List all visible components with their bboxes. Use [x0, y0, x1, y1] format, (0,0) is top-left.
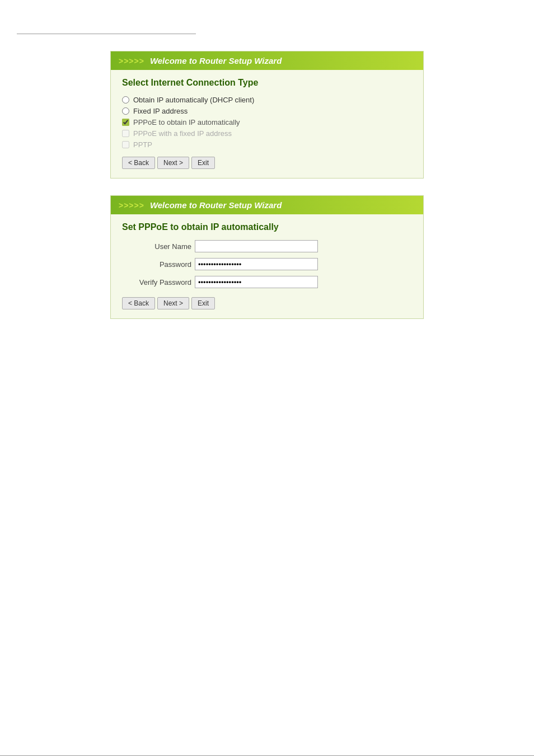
option-fixed-ip[interactable]: Fixed IP address	[122, 107, 412, 115]
checkbox-pppoe-auto[interactable]	[122, 119, 129, 126]
panel-pppoe-setup: >>>>> Welcome to Router Setup Wizard Set…	[110, 195, 424, 319]
panel2-next-button[interactable]: Next >	[157, 297, 189, 309]
label-pppoe-auto: PPPoE to obtain IP automatically	[133, 118, 240, 126]
radio-dhcp[interactable]	[122, 96, 129, 104]
password-label: Password	[122, 260, 195, 269]
password-input[interactable]	[195, 258, 318, 270]
panel2-arrows: >>>>>	[119, 201, 144, 210]
page-wrapper: >>>>> Welcome to Router Setup Wizard Sel…	[0, 0, 534, 756]
option-pptp[interactable]: PPTP	[122, 140, 412, 149]
label-pptp: PPTP	[133, 140, 152, 149]
pppoe-form: User Name Password Verify Password	[122, 240, 412, 288]
panel2-section-title: Set PPPoE to obtain IP automatically	[122, 222, 412, 232]
panel1-arrows: >>>>>	[119, 57, 144, 65]
label-dhcp: Obtain IP automatically (DHCP client)	[133, 96, 254, 104]
option-dhcp[interactable]: Obtain IP automatically (DHCP client)	[122, 96, 412, 104]
option-pppoe-fixed[interactable]: PPPoE with a fixed IP address	[122, 129, 412, 138]
top-divider	[17, 34, 196, 34]
panel2-header: >>>>> Welcome to Router Setup Wizard	[111, 196, 423, 214]
panel2-exit-button[interactable]: Exit	[191, 297, 215, 309]
panel1-title: Welcome to Router Setup Wizard	[150, 56, 282, 65]
panel1-buttons: < Back Next > Exit	[122, 157, 412, 169]
panel2-buttons: < Back Next > Exit	[122, 297, 412, 309]
panel2-back-button[interactable]: < Back	[122, 297, 155, 309]
option-pppoe-auto[interactable]: PPPoE to obtain IP automatically	[122, 118, 412, 126]
checkbox-pppoe-fixed[interactable]	[122, 130, 129, 137]
panel1-header: >>>>> Welcome to Router Setup Wizard	[111, 51, 423, 70]
panel1-section-title: Select Internet Connection Type	[122, 78, 412, 88]
radio-fixed-ip[interactable]	[122, 107, 129, 115]
panel2-title: Welcome to Router Setup Wizard	[150, 200, 282, 210]
username-label: User Name	[122, 242, 195, 251]
panel1-exit-button[interactable]: Exit	[191, 157, 215, 169]
username-input[interactable]	[195, 240, 318, 252]
verify-password-input[interactable]	[195, 276, 318, 288]
panel-select-connection: >>>>> Welcome to Router Setup Wizard Sel…	[110, 51, 424, 179]
panel2-body: Set PPPoE to obtain IP automatically Use…	[111, 214, 423, 318]
label-pppoe-fixed: PPPoE with a fixed IP address	[133, 129, 232, 138]
panel1-next-button[interactable]: Next >	[157, 157, 189, 169]
checkbox-pptp[interactable]	[122, 141, 129, 148]
panel1-back-button[interactable]: < Back	[122, 157, 155, 169]
connection-type-group: Obtain IP automatically (DHCP client) Fi…	[122, 96, 412, 149]
panel1-body: Select Internet Connection Type Obtain I…	[111, 70, 423, 178]
label-fixed-ip: Fixed IP address	[133, 107, 188, 115]
verify-password-label: Verify Password	[122, 278, 195, 287]
